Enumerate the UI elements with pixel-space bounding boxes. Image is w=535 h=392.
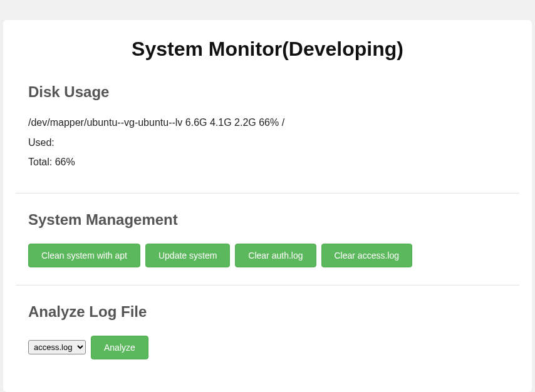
system-management-section: System Management Clean system with apt … (16, 211, 519, 285)
clear-auth-log-button[interactable]: Clear auth.log (235, 244, 316, 267)
main-card: System Monitor(Developing) Disk Usage /d… (3, 20, 532, 392)
clean-system-apt-button[interactable]: Clean system with apt (28, 244, 140, 267)
disk-total-label: Total: 66% (28, 155, 507, 169)
clear-access-log-button[interactable]: Clear access.log (321, 244, 413, 267)
disk-usage-heading: Disk Usage (28, 83, 507, 101)
update-system-button[interactable]: Update system (145, 244, 230, 267)
analyze-controls-row: access.log Analyze (28, 336, 507, 359)
management-button-row: Clean system with apt Update system Clea… (28, 244, 507, 267)
analyze-button[interactable]: Analyze (91, 336, 148, 359)
divider (16, 193, 519, 193)
disk-usage-raw-line: /dev/mapper/ubuntu--vg-ubuntu--lv 6.6G 4… (28, 116, 507, 130)
page-title: System Monitor(Developing) (16, 38, 519, 61)
disk-usage-section: Disk Usage /dev/mapper/ubuntu--vg-ubuntu… (16, 83, 519, 193)
analyze-log-heading: Analyze Log File (28, 303, 507, 321)
log-file-select[interactable]: access.log (28, 340, 86, 354)
disk-used-label: Used: (28, 136, 507, 150)
system-management-heading: System Management (28, 211, 507, 229)
divider (16, 285, 519, 286)
analyze-log-section: Analyze Log File access.log Analyze (16, 303, 519, 377)
